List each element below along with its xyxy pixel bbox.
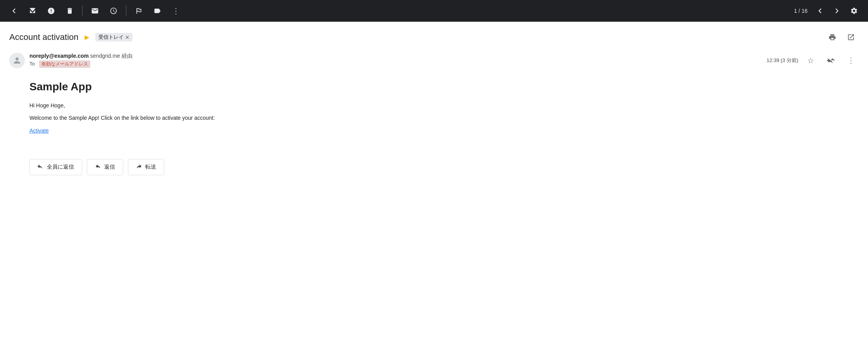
to-line: To 有効なメールアドレス [29, 60, 762, 68]
sender-meta-right: 12:39 (3 分前) ☆ ⋮ [766, 53, 859, 68]
forward-button[interactable]: 転送 [128, 159, 164, 175]
reply-label: 返信 [104, 164, 115, 171]
label-button[interactable] [150, 3, 165, 19]
settings-button[interactable] [846, 3, 862, 19]
greeting: Hi Hoge Hoge, [29, 102, 859, 109]
email-header: Account activation ► 受信トレイ ✕ [0, 22, 868, 50]
inbox-tag: 受信トレイ ✕ [95, 33, 133, 41]
to-label: To [29, 61, 35, 67]
recipient-label: 有効なメールアドレス [39, 60, 90, 68]
body-text: Welcome to the Sample App! Click on the … [29, 115, 859, 121]
divider-1 [82, 5, 83, 16]
print-button[interactable] [825, 29, 840, 45]
subject-row: Account activation ► 受信トレイ ✕ [9, 32, 133, 42]
toolbar: ⋮ 1 / 16 [0, 0, 868, 22]
archive-button[interactable] [25, 3, 40, 19]
sender-row: noreply@example.com sendgrid.me 経由 To 有効… [0, 50, 868, 71]
reply-all-icon [38, 163, 44, 171]
header-right-actions [825, 29, 859, 45]
sender-name-line: noreply@example.com sendgrid.me 経由 [29, 53, 762, 60]
reply-icon [95, 163, 101, 171]
move-to-button[interactable] [131, 3, 146, 19]
toolbar-right: 1 / 16 [794, 3, 862, 19]
more-email-actions-button[interactable]: ⋮ [843, 53, 859, 68]
action-buttons-row: 全員に返信 返信 転送 [0, 147, 868, 188]
delete-button[interactable] [62, 3, 78, 19]
sender-via: sendgrid.me 経由 [90, 53, 133, 59]
more-options-button[interactable]: ⋮ [168, 3, 184, 19]
snooze-button[interactable] [106, 3, 121, 19]
tag-close-button[interactable]: ✕ [125, 34, 129, 40]
forward-label: 転送 [145, 164, 156, 171]
tag-label: 受信トレイ [98, 34, 124, 41]
prev-email-button[interactable] [812, 3, 828, 19]
page-counter: 1 / 16 [794, 8, 808, 14]
email-timestamp: 12:39 (3 分前) [766, 57, 798, 64]
reply-all-header-button[interactable] [823, 53, 839, 68]
sender-avatar [9, 53, 25, 68]
report-spam-button[interactable] [43, 3, 59, 19]
forward-btn-icon [136, 163, 142, 171]
activate-link[interactable]: Activate [29, 128, 49, 134]
email-subject: Account activation [9, 32, 79, 42]
forward-icon: ► [83, 33, 91, 42]
mark-read-button[interactable] [87, 3, 103, 19]
email-body: Sample App Hi Hoge Hoge, Welcome to the … [0, 71, 868, 147]
reply-all-label: 全員に返信 [47, 164, 74, 171]
sender-info: noreply@example.com sendgrid.me 経由 To 有効… [29, 53, 762, 68]
next-email-button[interactable] [829, 3, 845, 19]
open-external-button[interactable] [843, 29, 859, 45]
sender-email: noreply@example.com [29, 53, 89, 59]
reply-all-button[interactable]: 全員に返信 [29, 159, 82, 175]
back-button[interactable] [6, 3, 22, 19]
app-title: Sample App [29, 81, 859, 93]
star-button[interactable]: ☆ [803, 53, 818, 68]
reply-button[interactable]: 返信 [87, 159, 123, 175]
divider-2 [126, 5, 126, 16]
email-view: Account activation ► 受信トレイ ✕ [0, 22, 868, 338]
